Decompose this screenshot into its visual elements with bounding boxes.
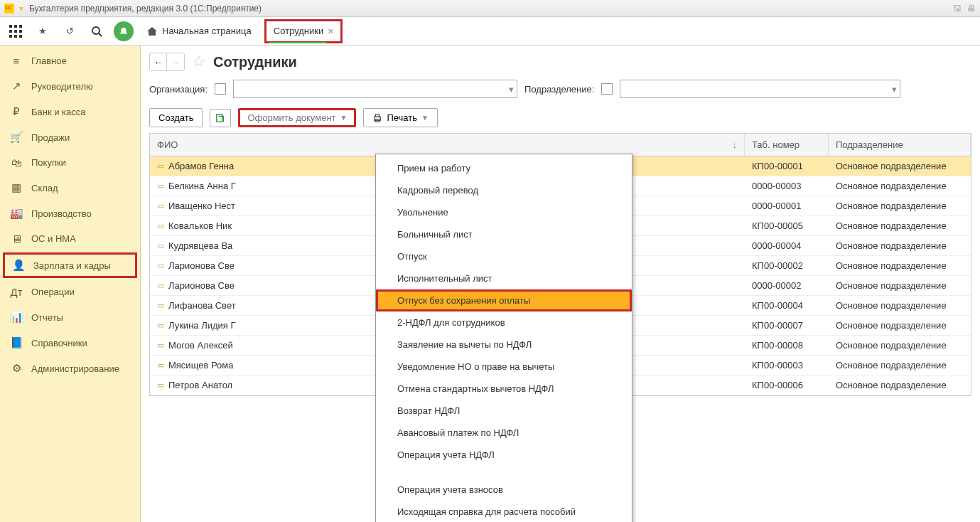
sidebar-icon: 👤 [12, 259, 25, 272]
sidebar-item-0[interactable]: ≡Главное [0, 48, 140, 73]
row-icon: ▭ [157, 321, 164, 330]
sidebar-item-7[interactable]: 🖥ОС и НМА [0, 226, 140, 251]
menu-item-4[interactable]: Отпуск [376, 245, 632, 267]
svg-rect-1 [14, 25, 17, 28]
notifications-icon[interactable] [114, 21, 134, 41]
sidebar-item-2[interactable]: ₽Банк и касса [0, 99, 140, 124]
menu-item-16[interactable]: Исходящая справка для расчета пособий [376, 501, 632, 522]
apps-grid-icon[interactable] [6, 21, 26, 41]
menu-item-2[interactable]: Увольнение [376, 201, 632, 223]
tab-cell: КП00-00002 [745, 256, 829, 275]
row-icon: ▭ [157, 341, 164, 350]
sidebar-icon: 🏭 [10, 207, 23, 220]
row-icon: ▭ [157, 301, 164, 310]
menu-item-11[interactable]: Возврат НДФЛ [376, 400, 632, 422]
page-title: Сотрудники [213, 54, 297, 70]
row-icon: ▭ [157, 161, 164, 171]
sidebar-item-11[interactable]: 📘Справочники [0, 330, 140, 356]
dep-cell: Основное подразделение [829, 356, 971, 375]
sidebar-item-9[interactable]: ДтОперации [0, 279, 140, 304]
sidebar-label: Покупки [31, 157, 66, 168]
nav-back-icon[interactable]: ← [150, 53, 167, 70]
sidebar-label: Операции [31, 287, 75, 297]
sort-icon: ↓ [733, 139, 738, 150]
fio-cell: Мясищев Рома [168, 360, 233, 371]
sidebar-icon: ≡ [10, 55, 23, 67]
sidebar-item-3[interactable]: 🛒Продажи [0, 124, 140, 150]
tab-employees[interactable]: Сотрудники × [264, 19, 343, 43]
column-fio[interactable]: ФИО ↓ [150, 134, 745, 156]
svg-rect-7 [14, 35, 17, 38]
svg-rect-5 [19, 30, 22, 33]
svg-point-9 [92, 27, 99, 34]
fio-cell: Ковальков Ник [168, 220, 232, 231]
fio-cell: Абрамов Генна [168, 161, 234, 171]
sidebar-label: Руководителю [31, 81, 93, 92]
title-dropdown-icon[interactable]: ▾ [19, 4, 23, 14]
svg-rect-0 [9, 25, 12, 28]
sidebar-item-4[interactable]: 🛍Покупки [0, 150, 140, 175]
menu-item-8[interactable]: Заявление на вычеты по НДФЛ [376, 334, 632, 356]
sidebar-item-5[interactable]: ▦Склад [0, 175, 140, 201]
home-tab[interactable]: Начальная страница [146, 26, 252, 37]
sidebar: ≡Главное↗Руководителю₽Банк и касса🛒Прода… [0, 46, 141, 522]
menu-item-0[interactable]: Прием на работу [376, 157, 632, 179]
dep-dropdown[interactable]: ▾ [620, 80, 900, 98]
sidebar-label: Склад [31, 183, 58, 193]
create-document-button[interactable]: Оформить документ▼ [238, 108, 356, 127]
fio-cell: Ларионова Све [168, 280, 235, 291]
menu-item-10[interactable]: Отмена стандартных вычетов НДФЛ [376, 378, 632, 400]
save-icon[interactable]: 🖫 [953, 4, 962, 14]
svg-rect-3 [9, 30, 12, 33]
svg-rect-6 [9, 35, 12, 38]
org-checkbox[interactable] [215, 83, 226, 95]
fio-cell: Белкина Анна Г [168, 181, 236, 191]
menu-item-12[interactable]: Авансовый платеж по НДФЛ [376, 422, 632, 444]
print-titlebar-icon[interactable]: 🖶 [967, 4, 976, 14]
menu-item-13[interactable]: Операция учета НДФЛ [376, 444, 632, 466]
menu-item-1[interactable]: Кадровый перевод [376, 179, 632, 201]
copy-button[interactable] [210, 109, 231, 127]
sidebar-item-10[interactable]: 📊Отчеты [0, 304, 140, 330]
create-button[interactable]: Создать [149, 108, 203, 127]
sidebar-item-6[interactable]: 🏭Производство [0, 201, 140, 226]
dep-cell: Основное подразделение [829, 276, 971, 295]
dep-label: Подразделение: [524, 84, 594, 95]
sidebar-icon: ⚙ [10, 362, 23, 375]
menu-item-6[interactable]: Отпуск без сохранения оплаты [376, 289, 632, 311]
sidebar-label: Продажи [31, 132, 70, 143]
menu-item-9[interactable]: Уведомление НО о праве на вычеты [376, 356, 632, 378]
fio-cell: Иващенко Нест [168, 201, 235, 211]
sidebar-item-8[interactable]: 👤Зарплата и кадры [3, 252, 137, 278]
sidebar-item-12[interactable]: ⚙Администрирование [0, 356, 140, 381]
sidebar-label: Банк и касса [31, 107, 86, 117]
sidebar-icon: 🖥 [10, 233, 23, 245]
org-dropdown[interactable]: ▾ [233, 80, 517, 98]
sidebar-icon: ↗ [10, 80, 23, 92]
dep-checkbox[interactable] [601, 83, 613, 95]
menu-item-5[interactable]: Исполнительный лист [376, 267, 632, 289]
dep-cell: Основное подразделение [829, 216, 971, 235]
menu-item-15[interactable]: Операция учета взносов [376, 479, 632, 501]
menu-item-7[interactable]: 2-НДФЛ для сотрудников [376, 311, 632, 334]
menu-item-3[interactable]: Больничный лист [376, 223, 632, 245]
tab-cell: КП00-00001 [745, 156, 829, 176]
column-tab-number[interactable]: Таб. номер [745, 134, 829, 156]
nav-forward-icon[interactable]: → [167, 53, 184, 70]
search-icon[interactable] [87, 21, 107, 41]
favorites-star-icon[interactable]: ★ [33, 21, 53, 41]
sidebar-icon: ₽ [10, 105, 23, 118]
sidebar-icon: ▦ [10, 181, 23, 194]
dep-cell: Основное подразделение [829, 196, 971, 215]
close-tab-icon[interactable]: × [328, 26, 333, 37]
column-department[interactable]: Подразделение [829, 134, 971, 156]
svg-rect-8 [19, 35, 22, 38]
print-button[interactable]: Печать▼ [363, 108, 438, 127]
fio-cell: Могов Алексей [168, 340, 233, 351]
tab-cell: 0000-00004 [745, 236, 829, 255]
history-icon[interactable]: ↺ [60, 21, 80, 41]
row-icon: ▭ [157, 281, 164, 290]
favorite-star-icon[interactable]: ☆ [192, 53, 206, 71]
content-area: ← → ☆ Сотрудники Организация: ▾ Подразде… [141, 46, 980, 522]
sidebar-item-1[interactable]: ↗Руководителю [0, 73, 140, 99]
